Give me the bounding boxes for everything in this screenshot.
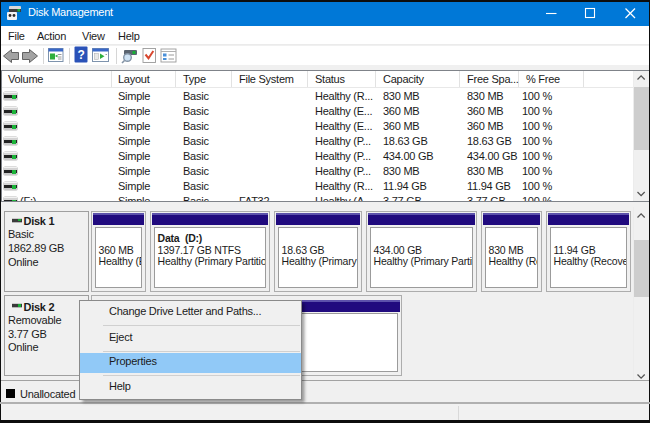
svg-text:?: ? xyxy=(77,48,84,62)
